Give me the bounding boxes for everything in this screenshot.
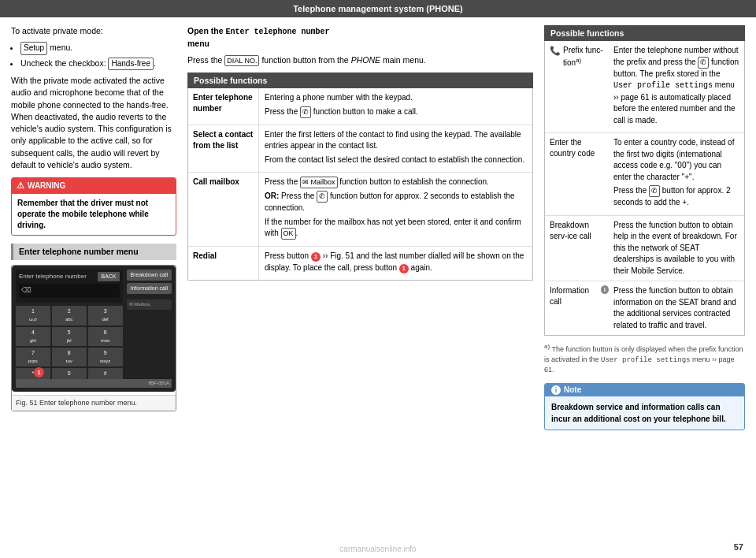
warning-icon: ⚠ [17,180,24,192]
circle-number-1: 1 [34,367,44,378]
pf-row-enter-tel: Enter telephone number Entering a phone … [188,88,532,125]
circle-1-redial2: 1 [399,264,409,273]
pf2-row-breakdown: Breakdown serv-ice call Press the functi… [545,216,744,282]
key-2[interactable]: 2abc [52,306,87,325]
mid-intro: Press the DIAL NO. function button from … [187,54,533,67]
info-icon: i [601,285,609,294]
note-box: i Note Breakdown service and information… [544,383,745,430]
pf-row-select-contact: Select a contact from the list Enter the… [188,125,532,173]
phone-screen-title: Enter telephone number [19,272,87,281]
mailbox-btn-inline: ✉ Mailbox [300,177,338,188]
note-body: Breakdown service and information calls … [545,396,744,430]
breakdown-call-button[interactable]: Breakdown call [127,270,172,281]
menu-label: menu [187,39,209,48]
country-line1: To enter a country code, instead of the … [613,137,739,183]
enter-telephone-section: Enter telephone number menu Enter teleph… [11,244,176,411]
page-number: 57 [734,542,743,552]
pf-select-contact-line1: Enter the first letters of the contact t… [265,129,527,152]
header-title: Telephone management system (PHONE) [293,4,463,13]
footnote-sup: a) [544,343,550,350]
left-column: To activate private mode: Setup menu. Un… [11,25,176,534]
phone-keypad: 1ω,σ 2abc 3def 4ghi 5jkl 6mno 7pqrs 8tuv… [16,306,123,379]
key-4[interactable]: 4ghi [16,327,50,346]
note-icon: i [551,385,561,395]
pf-label-select-contact: Select a contact from the list [188,125,259,173]
intro-text: To activate private mode: [11,25,176,37]
dial-no-btn: DIAL NO. [224,55,259,67]
private-mode-paragraph: With the private mode activated the acti… [11,75,176,171]
information-call-button[interactable]: Information call [127,283,172,294]
pf-label-enter-tel: Enter telephone number [188,88,259,125]
user-profile-mono1: User profile settings [613,81,713,90]
content-area: To activate private mode: Setup menu. Un… [0,17,756,541]
pf-row-redial: Redial Press button 1 ›› Fig. 51 and the… [188,247,532,280]
setup-key: Setup [20,42,47,55]
call-btn-mailbox: ✆ [317,191,328,203]
open-the-label: Open the [187,26,224,35]
call-btn-country: ✆ [649,185,660,197]
warning-title: WARNING [28,180,65,192]
fig-code: 85F-051A [16,379,172,388]
pf-content-select-contact: Enter the first letters of the contact t… [259,125,532,173]
pf2-content-country: To enter a country code, instead of the … [613,137,739,211]
pf-label-redial: Redial [188,247,259,280]
pf-mailbox-line1: Press the ✉ Mailbox function button to e… [265,177,527,188]
call-btn-inline: ✆ [300,106,311,118]
possible-functions-table-right: 📞 Prefix func-tiona) Enter the telephone… [544,41,745,336]
key-6[interactable]: 6mno [88,327,123,346]
circle-1-redial: 1 [311,252,321,262]
pf-content-redial: Press button 1 ›› Fig. 51 and the last n… [259,247,532,280]
middle-column: Open the Enter telephone number menu Pre… [187,25,533,534]
watermark: carmanualsonline.info [0,541,756,558]
pf-redial-text: Press button 1 ›› Fig. 51 and the last n… [265,251,527,273]
pf2-label-breakdown: Breakdown serv-ice call [550,220,609,277]
key-star[interactable]: * [16,368,50,379]
phone-display: ⌫ [19,284,120,298]
call-btn-prefix: ✆ [698,57,709,69]
phone-right-buttons: Breakdown call Information call ✉ Mailbo… [127,270,172,379]
country-line2: Press the ✆ button for approx. 2 seconds… [613,185,739,209]
pf2-content-prefix: Enter the telephone number without the p… [613,45,739,128]
warning-header: ⚠ WARNING [12,178,176,194]
prefix-icon: 📞 [550,45,561,57]
pf-enter-tel-line2: Press the ✆ function button to make a ca… [265,106,527,118]
key-1[interactable]: 1ω,σ [16,306,50,325]
footnote: a) The function button is only displayed… [544,342,745,375]
key-8[interactable]: 8tuv [52,348,87,366]
key-5[interactable]: 5jkl [52,327,87,346]
mid-header: Open the Enter telephone number menu [187,25,533,50]
pf2-row-info: Information call i Press the function bu… [545,281,744,335]
possible-functions-header-mid: Possible functions [187,73,533,88]
warning-box: ⚠ WARNING Remember that the driver must … [11,177,176,236]
key-hash[interactable]: # [88,368,123,379]
bullet-list: Setup menu. Uncheck the checkbox: Hands-… [20,42,176,70]
key-3[interactable]: 3def [88,306,123,325]
fig-caption: Fig. 51 Enter telephone number menu. [12,395,176,411]
pf-content-enter-tel: Entering a phone number with the keypad.… [259,88,532,125]
possible-functions-header-right: Possible functions [544,25,745,41]
key-0[interactable]: 0 [52,368,87,379]
handsfree-key: Hands-free [108,58,153,71]
bullet-uncheck: Uncheck the checkbox: Hands-free. [20,58,176,71]
mailbox-area: ✉ Mailbox [127,299,172,310]
key-7[interactable]: 7pqrs [16,348,50,366]
bullet-setup: Setup menu. [20,42,176,55]
pf2-content-breakdown: Press the function button to obtain help… [613,220,739,277]
pf-enter-tel-line1: Entering a phone number with the keypad. [265,92,527,104]
key-9[interactable]: 9wxyz [88,348,123,366]
pf2-content-info: Press the function button to obtain info… [613,285,739,331]
page: Telephone management system (PHONE) To a… [0,0,756,558]
pf-content-call-mailbox: Press the ✉ Mailbox function button to e… [259,173,532,246]
note-title: Note [564,385,581,394]
note-header: i Note [545,384,744,396]
warning-body: Remember that the driver must not operat… [12,194,176,235]
pf2-label-info: Information call i [550,285,609,331]
pf-mailbox-line3: If the number for the mailbox has not ye… [265,217,527,240]
pf-mailbox-line2: OR: Press the ✆ function button for appr… [265,191,527,214]
pf2-label-prefix: 📞 Prefix func-tiona) [550,45,609,128]
enter-telephone-mono: Enter telephone number [225,28,329,36]
phone-mockup: Enter telephone number BACK ⌫ 1ω,σ [12,266,176,392]
back-button[interactable]: BACK [98,272,119,281]
enter-telephone-title: Enter telephone number menu [11,244,176,260]
right-column: Possible functions 📞 Prefix func-tiona) … [544,25,745,534]
